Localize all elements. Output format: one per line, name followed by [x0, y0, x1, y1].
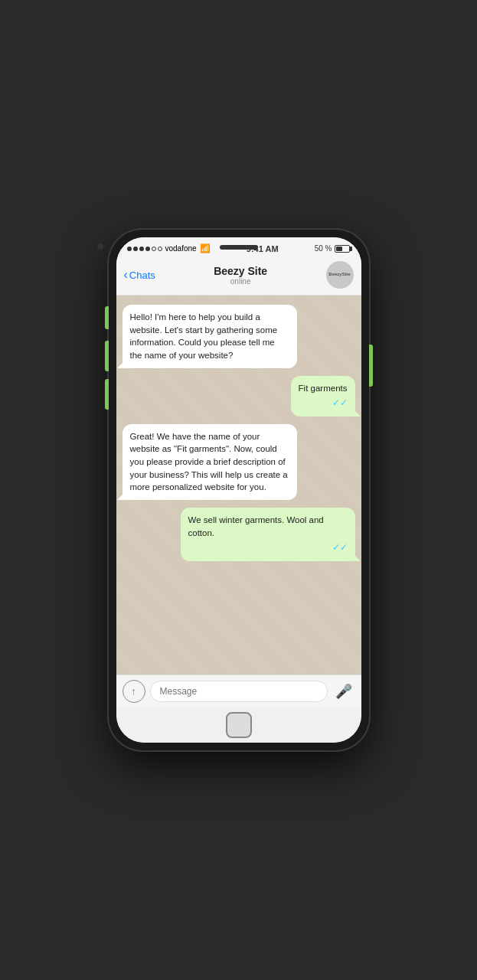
- battery-icon: [335, 245, 350, 253]
- phone-screen: vodafone 📶 9:41 AM 50 % ‹ Chats Beezy Si…: [116, 237, 361, 743]
- nav-bar: ‹ Chats Beezy Site online BeezySite: [116, 256, 361, 296]
- signal-dot-3: [139, 247, 144, 251]
- message-text-4: We sell winter garments. Wool and cotton…: [188, 515, 324, 537]
- carrier-label: vodafone: [165, 244, 197, 253]
- volume-up-button[interactable]: [105, 341, 109, 371]
- signal-dot-1: [127, 247, 132, 251]
- signal-bars: [127, 247, 162, 251]
- wifi-icon: 📶: [200, 243, 211, 253]
- power-button[interactable]: [369, 345, 373, 387]
- mic-icon: 🎤: [335, 683, 352, 700]
- chevron-left-icon: ‹: [124, 269, 128, 281]
- message-text-2: Fit garments: [299, 384, 348, 393]
- message-row-2: Fit garments ✓✓: [123, 376, 355, 416]
- chat-title: Beezy Site: [214, 265, 267, 277]
- battery-percent: 50 %: [315, 244, 332, 253]
- signal-dot-5: [152, 247, 156, 251]
- signal-dot-6: [158, 247, 162, 251]
- phone-bottom: [116, 707, 361, 743]
- status-left: vodafone 📶: [127, 243, 211, 253]
- mic-button[interactable]: 🎤: [332, 680, 355, 703]
- signal-dot-2: [133, 247, 138, 251]
- message-row-1: Hello! I'm here to help you build a webs…: [123, 305, 355, 368]
- chat-area[interactable]: Hello! I'm here to help you build a webs…: [116, 296, 361, 675]
- signal-dot-4: [145, 247, 150, 251]
- bubble-outgoing-4: We sell winter garments. Wool and cotton…: [181, 508, 355, 561]
- read-receipt-2: ✓✓: [332, 397, 348, 410]
- status-right: 50 %: [315, 244, 351, 253]
- bubble-outgoing-2: Fit garments ✓✓: [291, 376, 355, 416]
- upload-icon: ↑: [131, 685, 136, 697]
- message-row-4: We sell winter garments. Wool and cotton…: [123, 508, 355, 561]
- message-text-3: Great! We have the name of your website …: [130, 432, 288, 492]
- message-input[interactable]: [150, 681, 328, 702]
- avatar[interactable]: BeezySite: [326, 261, 354, 289]
- nav-center: Beezy Site online: [214, 265, 267, 286]
- home-button[interactable]: [226, 712, 252, 738]
- volume-down-button[interactable]: [105, 379, 109, 410]
- bubble-incoming-1: Hello! I'm here to help you build a webs…: [123, 305, 297, 368]
- message-text-1: Hello! I'm here to help you build a webs…: [130, 312, 278, 360]
- avatar-text: BeezySite: [328, 272, 350, 278]
- phone-frame: vodafone 📶 9:41 AM 50 % ‹ Chats Beezy Si…: [109, 230, 369, 750]
- input-bar: ↑ 🎤: [116, 675, 361, 707]
- back-label: Chats: [129, 270, 155, 281]
- back-button[interactable]: ‹ Chats: [124, 269, 155, 281]
- upload-button[interactable]: ↑: [123, 680, 145, 703]
- read-receipt-4: ✓✓: [332, 541, 348, 554]
- online-status: online: [214, 277, 267, 286]
- message-row-3: Great! We have the name of your website …: [123, 424, 355, 500]
- bubble-incoming-3: Great! We have the name of your website …: [123, 424, 297, 500]
